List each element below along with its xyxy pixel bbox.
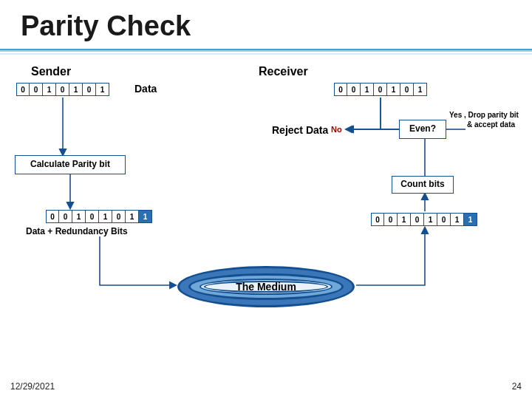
- receiver-redundant-row: 00101011: [371, 213, 477, 226]
- the-medium-oval: The Medium: [177, 266, 355, 307]
- sender-bit-row: 0010101: [16, 83, 109, 96]
- bit-cell: 1: [99, 210, 112, 223]
- bit-cell: 0: [86, 210, 99, 223]
- bit-cell: 1: [464, 213, 477, 226]
- calc-parity-box: Calculate Parity bit: [15, 155, 126, 174]
- bit-cell: 0: [384, 213, 398, 226]
- bit-cell: 0: [371, 213, 384, 226]
- bit-cell: 1: [451, 213, 464, 226]
- bit-cell: 0: [56, 83, 69, 96]
- yes-line2: & accept data: [467, 120, 515, 129]
- bit-cell: 1: [361, 83, 374, 96]
- sender-label: Sender: [31, 65, 71, 78]
- bit-cell: 1: [72, 210, 86, 223]
- bit-cell: 0: [347, 83, 361, 96]
- receiver-label: Receiver: [259, 65, 308, 78]
- bit-cell: 0: [411, 213, 424, 226]
- bit-cell: 0: [83, 83, 96, 96]
- bit-cell: 1: [43, 83, 56, 96]
- count-bits-box: Count bits: [392, 176, 454, 194]
- bit-cell: 1: [139, 210, 152, 223]
- no-label: No: [331, 125, 342, 134]
- bit-cell: 0: [374, 83, 387, 96]
- bit-cell: 0: [437, 213, 451, 226]
- bit-cell: 0: [46, 210, 59, 223]
- bit-cell: 0: [400, 83, 414, 96]
- bit-cell: 1: [398, 213, 411, 226]
- even-check-box: Even?: [399, 120, 446, 139]
- bit-cell: 1: [414, 83, 427, 96]
- reject-data-label: Reject Data: [272, 124, 328, 136]
- the-medium-label: The Medium: [236, 281, 296, 293]
- arrow-layer: [0, 0, 532, 399]
- bit-cell: 0: [16, 83, 30, 96]
- bit-cell: 1: [387, 83, 400, 96]
- bit-cell: 0: [30, 83, 43, 96]
- bit-cell: 1: [126, 210, 139, 223]
- receiver-bit-row: 0010101: [334, 83, 427, 96]
- bit-cell: 0: [334, 83, 347, 96]
- bit-cell: 1: [96, 83, 109, 96]
- bit-cell: 1: [424, 213, 437, 226]
- bit-cell: 0: [112, 210, 126, 223]
- bit-cell: 0: [59, 210, 72, 223]
- yes-line1: Yes , Drop parity bit: [449, 111, 519, 119]
- bit-cell: 1: [69, 83, 83, 96]
- redundancy-label: Data + Redundancy Bits: [26, 226, 128, 236]
- sender-redundant-row: 00101011: [46, 210, 152, 223]
- data-label: Data: [134, 83, 157, 95]
